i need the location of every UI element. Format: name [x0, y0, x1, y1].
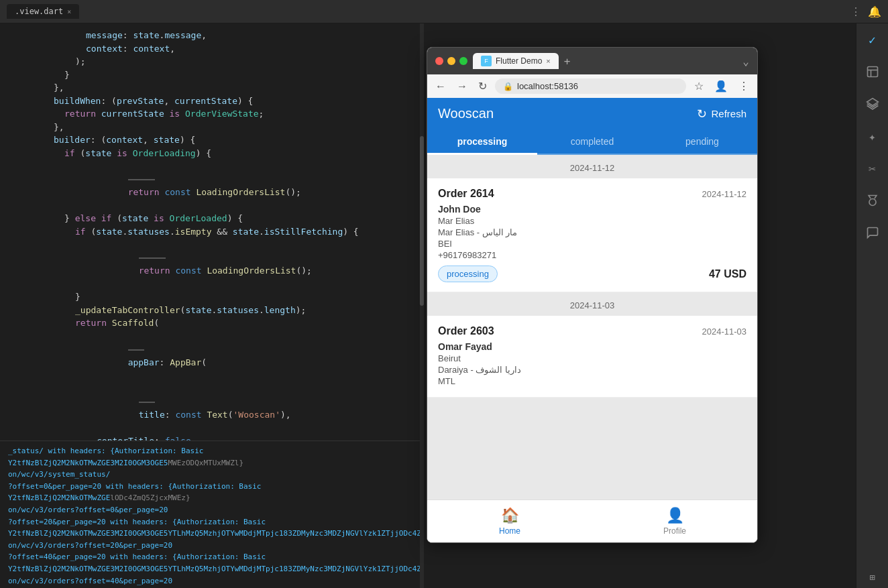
editor-tab[interactable]: .view.dart × [7, 4, 79, 19]
code-line: return currentState is OrderViewState; [0, 107, 424, 121]
order-id: Order 2614 [438, 188, 494, 200]
traffic-light-close[interactable] [435, 57, 443, 65]
traffic-light-maximize[interactable] [459, 57, 467, 65]
code-line: context: context, [0, 42, 424, 56]
code-editor-panel: message: state.message, context: context… [0, 23, 424, 588]
home-icon: 🏠 [501, 507, 519, 524]
order-list: 2024-11-12 Order 2614 2024-11-12 John Do… [427, 155, 757, 499]
app-tab-bar: processing completed pending [427, 129, 757, 155]
editor-tab-label: .view.dart [15, 7, 63, 16]
browser-tab-close-icon[interactable]: × [546, 57, 550, 65]
date-separator-1: 2024-11-12 [427, 155, 757, 178]
address-text: localhost:58136 [517, 81, 578, 91]
region-2: MTL [438, 376, 746, 386]
log-line: ?offset=20&per_page=20 with headers: {Au… [8, 516, 416, 540]
phone: +96176983271 [438, 250, 746, 260]
code-line: if (state.statuses.isEmpty && state.isSt… [0, 225, 424, 239]
svg-point-4 [869, 199, 876, 206]
tab-completed[interactable]: completed [537, 129, 647, 154]
code-line: if (state is OrderLoading) { [0, 147, 424, 160]
code-line: buildWhen: (prevState, currentState) { [0, 95, 424, 108]
close-tab-icon[interactable]: × [67, 8, 71, 15]
tab-processing[interactable]: processing [427, 129, 537, 154]
code-line: return const LoadingOrdersList(); [0, 160, 424, 212]
bottom-nav: 🏠 Home 👤 Profile [427, 499, 757, 542]
person-icon[interactable] [862, 61, 883, 82]
app-bar: Wooscan ↻ Refresh [427, 98, 757, 129]
order-card-2614[interactable]: Order 2614 2024-11-12 John Doe Mar Elias… [427, 178, 757, 292]
order-header: Order 2614 2024-11-12 [438, 188, 746, 200]
profile-icon: 👤 [666, 507, 684, 524]
bottom-nav-home[interactable]: 🏠 Home [427, 500, 592, 542]
order-amount: 47 USD [709, 268, 746, 280]
customer-name: John Doe [438, 204, 746, 215]
scissors-icon[interactable]: ✂ [862, 158, 883, 179]
svg-rect-0 [867, 67, 877, 77]
tab-dropdown-icon[interactable]: ⌄ [742, 55, 749, 68]
log-line: on/wc/v3/orders?offset=0&per_page=20 [8, 504, 416, 516]
scrollbar-track[interactable] [420, 23, 424, 588]
code-line: appBar: AppBar( [0, 330, 424, 382]
refresh-button[interactable]: ↻ Refresh [697, 107, 746, 121]
flutter-app: Wooscan ↻ Refresh processing completed p… [427, 98, 757, 542]
traffic-light-minimize[interactable] [447, 57, 455, 65]
more-options-icon[interactable]: ⋮ [850, 5, 861, 18]
profile-button[interactable]: 👤 [712, 78, 730, 94]
region: BEI [438, 239, 746, 249]
browser-tab-title: Flutter Demo [496, 56, 542, 66]
resize-handle[interactable]: ⊞ [869, 572, 875, 583]
layers-icon[interactable] [862, 93, 883, 115]
code-line: _updateTabController(state.statuses.leng… [0, 304, 424, 317]
browser-tabs-row: F Flutter Demo × + ⌄ [435, 53, 749, 69]
browser-window: F Flutter Demo × + ⌄ ← → ↻ 🔒 localhost:5… [427, 47, 758, 543]
log-line: on/wc/v3/orders?offset=20&per_page=20 [8, 540, 416, 552]
browser-chrome: F Flutter Demo × + ⌄ [427, 48, 757, 74]
code-line: return const LoadingOrdersList(); [0, 238, 424, 290]
right-sidebar: ✓ ✦ ✂ ⊞ [856, 23, 888, 588]
code-line: }, [0, 81, 424, 95]
chat-icon[interactable] [862, 222, 883, 243]
profile-label: Profile [663, 526, 686, 536]
address-line-4: Daraiya - داريا الشوف [438, 365, 746, 375]
top-bar: .view.dart × ⋮ 🔔 [0, 0, 888, 23]
code-line: title: const Text('Wooscan'), [0, 382, 424, 434]
lock-icon: 🔒 [503, 82, 513, 91]
sparkle-icon[interactable]: ✦ [862, 125, 883, 147]
flutter-favicon: F [481, 56, 492, 66]
order-date-2: 2024-11-03 [702, 327, 747, 337]
customer-name-2: Omar Fayad [438, 341, 746, 352]
browser-menu-button[interactable]: ⋮ [736, 78, 752, 94]
order-id-2: Order 2603 [438, 325, 494, 337]
code-line: } [0, 68, 424, 82]
browser-tab-flutter[interactable]: F Flutter Demo × [473, 53, 559, 69]
order-footer: processing 47 USD [438, 266, 746, 282]
top-bar-actions: ⋮ 🔔 [850, 5, 881, 18]
order-date: 2024-11-12 [702, 189, 747, 199]
order-card-2603[interactable]: Order 2603 2024-11-03 Omar Fayad Beirut … [427, 316, 757, 398]
bookmark-button[interactable]: ☆ [691, 78, 706, 94]
scrollbar-thumb[interactable] [420, 136, 424, 306]
address-line-3: Beirut [438, 353, 746, 363]
log-line: on/wc/v3/orders?offset=40&per_page=20 [8, 575, 416, 587]
app-title: Wooscan [438, 106, 494, 121]
browser-forward-button[interactable]: → [454, 79, 470, 94]
home-label: Home [499, 526, 520, 536]
check-icon[interactable]: ✓ [862, 29, 883, 50]
refresh-icon: ↻ [697, 107, 707, 121]
notification-icon[interactable]: 🔔 [868, 5, 881, 18]
log-line: on/wc/v3/system_status/ [8, 469, 416, 481]
tab-pending[interactable]: pending [647, 129, 757, 154]
address-line-2: Mar Elias - مار الياس [438, 227, 746, 237]
code-line: } [0, 290, 424, 304]
browser-back-button[interactable]: ← [433, 79, 449, 94]
code-line: message: state.message, [0, 29, 424, 42]
log-line: ?offset=40&per_page=20 with headers: {Au… [8, 551, 416, 575]
browser-reload-button[interactable]: ↻ [476, 78, 490, 94]
traffic-lights [435, 57, 467, 65]
address-bar[interactable]: 🔒 localhost:58136 [495, 78, 686, 94]
code-line: ); [0, 55, 424, 68]
bottom-nav-profile[interactable]: 👤 Profile [592, 500, 757, 542]
new-tab-button[interactable]: + [564, 55, 571, 68]
code-line: builder: (context, state) { [0, 133, 424, 147]
medal-icon[interactable] [862, 190, 883, 211]
